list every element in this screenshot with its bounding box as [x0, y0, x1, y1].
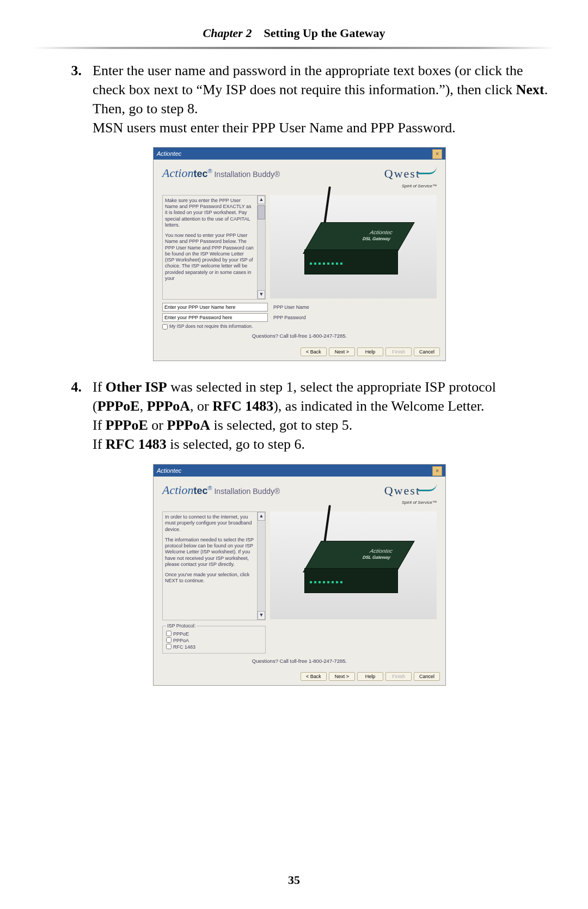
page-number: 35 [0, 873, 588, 887]
dialog-brand-row: Actiontec® Installation Buddy® Qwest Spi… [154, 477, 445, 509]
titlebar-text: Actiontec [157, 465, 181, 477]
next-button[interactable]: Next > [329, 347, 355, 356]
device-label: ActiontecDSL Gateway [362, 547, 394, 561]
chapter-title: Setting Up the Gateway [264, 26, 385, 40]
titlebar-text: Actiontec [157, 148, 181, 160]
step-3: 3. Enter the user name and password in t… [49, 61, 550, 137]
finish-button: Finish [385, 672, 412, 681]
close-icon[interactable]: × [432, 149, 442, 159]
page-header: Chapter 2 Setting Up the Gateway [0, 26, 588, 40]
qwest-tagline: Spirit of Service™ [402, 500, 437, 505]
pppoe-checkbox[interactable] [166, 631, 171, 636]
rfc1483-option[interactable]: RFC 1483 [166, 644, 262, 650]
dialog-titlebar: Actiontec × [154, 148, 445, 160]
isp-protocol-group: ISP Protocol: PPPoE PPPoA RFC 1483 [162, 623, 266, 654]
pppoe-option[interactable]: PPPoE [166, 631, 262, 637]
dialog-isp-protocol: Actiontec × Actiontec® Installation Budd… [153, 464, 446, 686]
ppp-username-input[interactable] [162, 303, 268, 312]
brand-left: Actiontec® Installation Buddy® [162, 482, 280, 498]
rfc1483-checkbox[interactable] [166, 644, 171, 649]
dialog-titlebar: Actiontec × [154, 465, 445, 477]
device-photo: ActiontecDSL Gateway [270, 195, 437, 298]
ppp-password-label: PPP Password [273, 314, 306, 321]
next-button[interactable]: Next > [329, 672, 355, 681]
step-3-text: Enter the user name and password in the … [93, 61, 550, 137]
scroll-down-icon[interactable]: ▼ [258, 611, 265, 620]
step-3-number: 3. [49, 61, 93, 137]
scroll-up-icon[interactable]: ▲ [258, 512, 265, 521]
finish-button: Finish [385, 347, 412, 356]
device-label: ActiontecDSL Gateway [362, 229, 394, 242]
cancel-button[interactable]: Cancel [414, 672, 440, 681]
brand-right: Qwest Spirit of Service™ [384, 482, 437, 506]
step-4-number: 4. [49, 377, 93, 454]
qwest-logo: Qwest [384, 484, 420, 497]
device-photo: ActiontecDSL Gateway [270, 511, 437, 619]
scroll-down-icon[interactable]: ▼ [258, 290, 265, 299]
led-lights-icon [310, 263, 342, 265]
dialog-buttons: < Back Next > Help Finish Cancel [154, 344, 445, 361]
qwest-swoosh-icon [418, 482, 437, 491]
back-button[interactable]: < Back [301, 347, 327, 356]
isp-protocol-legend: ISP Protocol: [166, 623, 197, 629]
instruction-scrollbox: Make sure you enter the PPP User Name an… [162, 195, 266, 300]
close-icon[interactable]: × [432, 466, 442, 476]
scrollbar[interactable]: ▲ ▼ [257, 196, 265, 299]
scrollbar[interactable]: ▲ ▼ [257, 512, 265, 620]
pppoa-checkbox[interactable] [166, 637, 171, 643]
help-button[interactable]: Help [357, 347, 383, 356]
step-4-text: If Other ISP was selected in step 1, sel… [93, 377, 550, 454]
support-line: Questions? Call toll-free 1-800-247-7285… [154, 331, 445, 344]
qwest-tagline: Spirit of Service™ [402, 184, 437, 188]
ppp-username-label: PPP User Name [273, 304, 309, 310]
scroll-thumb[interactable] [258, 205, 265, 219]
cancel-button[interactable]: Cancel [414, 347, 440, 356]
scroll-up-icon[interactable]: ▲ [258, 196, 265, 204]
instruction-scrollbox: In order to connect to the Internet, you… [162, 511, 266, 620]
led-lights-icon [310, 581, 342, 583]
ppp-password-input[interactable] [162, 313, 268, 322]
brand-left: Actiontec® Installation Buddy® [162, 165, 280, 181]
qwest-logo: Qwest [384, 167, 420, 180]
header-rule [33, 47, 555, 49]
qwest-swoosh-icon [418, 165, 437, 174]
back-button[interactable]: < Back [301, 672, 327, 681]
dialog-buttons: < Back Next > Help Finish Cancel [154, 669, 445, 685]
dialog-brand-row: Actiontec® Installation Buddy® Qwest Spi… [154, 160, 445, 192]
brand-right: Qwest Spirit of Service™ [384, 165, 437, 189]
chapter-label: Chapter 2 [203, 26, 252, 40]
pppoa-option[interactable]: PPPoA [166, 637, 262, 644]
support-line: Questions? Call toll-free 1-800-247-7285… [154, 656, 445, 669]
no-isp-info-checkbox[interactable] [162, 324, 168, 330]
dialog-ppp-credentials: Actiontec × Actiontec® Installation Budd… [153, 147, 446, 361]
no-isp-info-label: My ISP does not require this information… [169, 324, 253, 330]
step-4: 4. If Other ISP was selected in step 1, … [49, 377, 550, 454]
help-button[interactable]: Help [357, 672, 383, 681]
